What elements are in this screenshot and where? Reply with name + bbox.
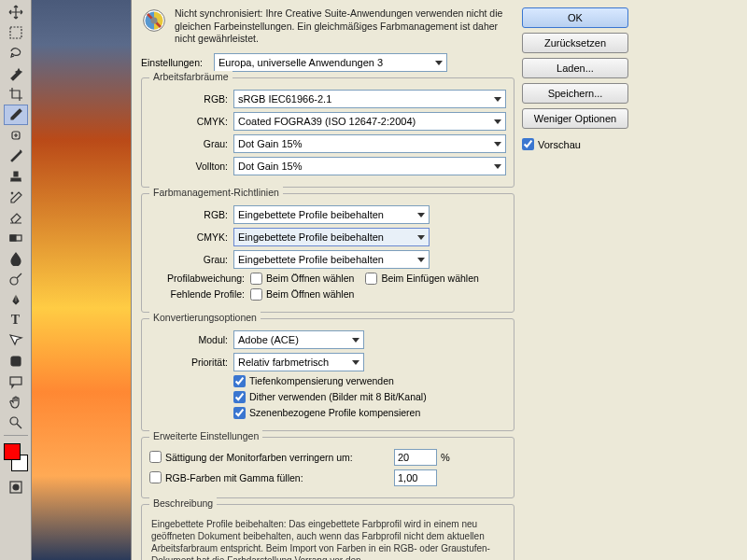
- svg-rect-0: [10, 27, 21, 38]
- eraser-tool[interactable]: [4, 207, 28, 228]
- type-tool[interactable]: T: [4, 310, 28, 330]
- tools-panel: T: [0, 0, 32, 560]
- dither-checkbox[interactable]: Dither verwenden (Bilder mit 8 Bit/Kanal…: [233, 391, 427, 403]
- history-brush-tool[interactable]: [4, 187, 28, 207]
- gray-workspace-select[interactable]: Dot Gain 15%: [233, 134, 506, 153]
- svg-rect-5: [11, 357, 21, 366]
- wand-tool[interactable]: [4, 63, 28, 84]
- rgb-policy-select[interactable]: Eingebettete Profile beibehalten: [233, 205, 430, 224]
- gray-policy-select[interactable]: Eingebettete Profile beibehalten: [233, 250, 430, 269]
- marquee-tool[interactable]: [4, 22, 28, 43]
- stamp-tool[interactable]: [4, 166, 28, 187]
- spot-workspace-select[interactable]: Dot Gain 15%: [233, 157, 506, 175]
- engine-select[interactable]: Adobe (ACE): [233, 330, 364, 349]
- gamma-checkbox[interactable]: RGB-Farben mit Gamma füllen:: [149, 471, 383, 483]
- gradient-tool[interactable]: [4, 228, 28, 248]
- svg-rect-6: [10, 377, 21, 385]
- foreground-swatch[interactable]: [4, 443, 21, 460]
- sync-message: Nicht synchronisiert: Ihre Creative Suit…: [175, 7, 514, 46]
- svg-point-9: [13, 484, 19, 490]
- bpc-checkbox[interactable]: Tiefenkompensierung verwenden: [233, 375, 394, 387]
- settings-select[interactable]: Europa, universelle Anwendungen 3: [214, 53, 447, 72]
- description-group: Beschreibung Eingebettete Profile beibeh…: [141, 504, 514, 560]
- ok-button[interactable]: OK: [522, 7, 628, 28]
- cancel-button[interactable]: Zurücksetzen: [522, 33, 628, 53]
- scene-checkbox[interactable]: Szenenbezogene Profile kompensieren: [233, 407, 420, 419]
- crop-tool[interactable]: [4, 84, 28, 105]
- gamma-value[interactable]: [394, 469, 437, 486]
- advanced-group: Erweiterte Einstellungen Sättigung der M…: [141, 437, 514, 498]
- hand-tool[interactable]: [4, 392, 28, 413]
- mismatch-paste-checkbox[interactable]: Beim Einfügen wählen: [365, 273, 478, 285]
- rgb-workspace-select[interactable]: sRGB IEC61966-2.1: [233, 90, 506, 108]
- fewer-options-button[interactable]: Weniger Optionen: [522, 108, 628, 129]
- svg-point-11: [151, 18, 158, 24]
- description-text: Eingebettete Profile beibehalten: Das ei…: [149, 516, 506, 560]
- lasso-tool[interactable]: [4, 43, 28, 63]
- notes-tool[interactable]: [4, 371, 28, 392]
- svg-rect-3: [10, 235, 16, 241]
- dodge-tool[interactable]: [4, 269, 28, 289]
- mismatch-open-checkbox[interactable]: Beim Öffnen wählen: [250, 273, 354, 285]
- color-swatches[interactable]: [2, 443, 30, 471]
- path-tool[interactable]: [4, 330, 28, 351]
- blur-tool[interactable]: [4, 248, 28, 269]
- conversion-group: Konvertierungsoptionen Modul:Adobe (ACE)…: [141, 318, 514, 431]
- sync-warning-icon: [141, 7, 167, 34]
- pen-tool[interactable]: [4, 289, 28, 310]
- missing-open-checkbox[interactable]: Beim Öffnen wählen: [250, 288, 354, 301]
- svg-point-4: [10, 277, 18, 285]
- color-settings-dialog: Nicht synchronisiert: Ihre Creative Suit…: [131, 0, 747, 560]
- shape-tool[interactable]: [4, 351, 28, 371]
- settings-label: Einstellungen:: [141, 57, 208, 68]
- move-tool[interactable]: [4, 2, 28, 22]
- save-button[interactable]: Speichern...: [522, 83, 628, 104]
- intent-select[interactable]: Relativ farbmetrisch: [233, 353, 364, 371]
- svg-point-7: [10, 417, 18, 425]
- eyedropper-tool[interactable]: [4, 105, 28, 125]
- brush-tool[interactable]: [4, 146, 28, 166]
- load-button[interactable]: Laden...: [522, 58, 628, 78]
- desaturate-checkbox[interactable]: Sättigung der Monitorfarben verringern u…: [149, 451, 383, 463]
- zoom-tool[interactable]: [4, 413, 28, 433]
- preview-checkbox[interactable]: Vorschau: [522, 138, 628, 150]
- policies-group: Farbmanagement-Richtlinien RGB:Eingebett…: [141, 193, 514, 313]
- cmyk-policy-select[interactable]: Eingebettete Profile beibehalten: [233, 228, 430, 246]
- quickmask-toggle[interactable]: [4, 477, 28, 497]
- healing-tool[interactable]: [4, 125, 28, 146]
- cmyk-workspace-select[interactable]: Coated FOGRA39 (ISO 12647-2:2004): [233, 112, 506, 131]
- desaturate-value[interactable]: [394, 449, 437, 466]
- workspaces-group: Arbeitsfarbräume RGB:sRGB IEC61966-2.1 C…: [141, 77, 514, 188]
